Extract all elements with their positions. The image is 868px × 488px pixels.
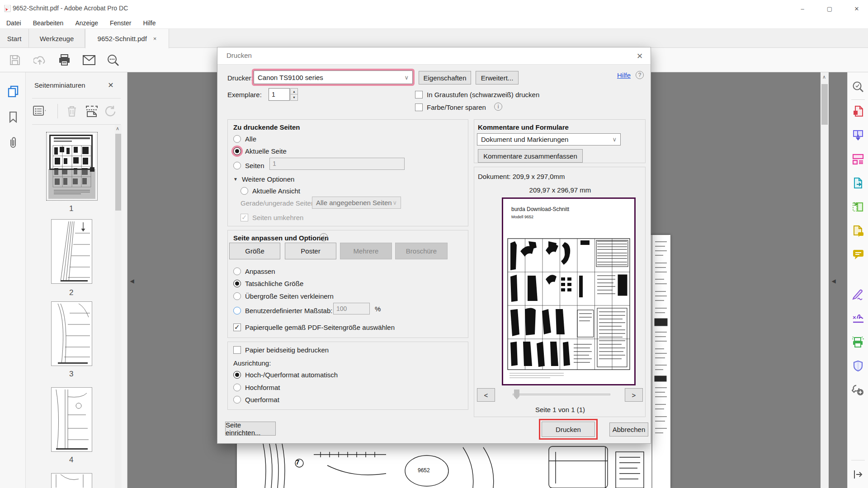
- cloud-upload-icon[interactable]: [33, 54, 46, 66]
- organize-pages-icon[interactable]: [852, 201, 864, 213]
- page-range-radio[interactable]: [233, 162, 241, 169]
- thumbnail-4[interactable]: [51, 387, 92, 452]
- menu-fenster[interactable]: Fenster: [110, 19, 131, 27]
- panel-scrollbar-thumb[interactable]: [115, 134, 121, 211]
- scroll-up-icon[interactable]: ∧: [822, 74, 826, 80]
- panel-close-icon[interactable]: ✕: [106, 80, 115, 89]
- option-duplex[interactable]: Papier beidseitig bedrucken: [233, 346, 329, 354]
- minimize-button[interactable]: –: [792, 0, 813, 17]
- edit-pdf-icon[interactable]: [852, 153, 864, 165]
- spinner-up-icon[interactable]: ▲: [290, 88, 298, 94]
- option-shrink-oversized[interactable]: Übergroße Seiten verkleinern: [233, 292, 334, 300]
- thumbnail-1-selection[interactable]: [46, 132, 98, 201]
- cancel-button[interactable]: Abbrechen: [609, 422, 648, 436]
- actual-size-radio[interactable]: [233, 280, 241, 287]
- export-share-icon[interactable]: [852, 177, 864, 189]
- preview-zoom-slider-thumb[interactable]: [514, 389, 519, 399]
- tab-document[interactable]: 9652-Schnitt.pdf ×: [85, 29, 169, 48]
- size-button[interactable]: Größe: [229, 243, 280, 259]
- scroll-up-icon[interactable]: ∧: [116, 126, 119, 131]
- expand-right-panel-icon[interactable]: ◀: [830, 275, 837, 287]
- option-page-range[interactable]: Seiten: [233, 161, 264, 169]
- enhance-scans-icon[interactable]: [852, 225, 864, 237]
- current-view-radio[interactable]: [241, 187, 248, 195]
- more-tools-icon[interactable]: [852, 383, 864, 396]
- printer-select[interactable]: Canon TS9100 series ∨: [254, 70, 413, 84]
- thumbnail-5[interactable]: [51, 473, 92, 488]
- copies-input[interactable]: 1: [269, 88, 290, 101]
- copies-spinner[interactable]: ▲ ▼: [290, 88, 298, 101]
- preview-next-button[interactable]: >: [625, 388, 643, 402]
- bookmarks-icon[interactable]: [7, 111, 19, 123]
- paper-source-checkbox[interactable]: [233, 324, 241, 331]
- page-view-box-handle[interactable]: [90, 167, 94, 172]
- menu-hilfe[interactable]: Hilfe: [143, 19, 156, 27]
- option-portrait[interactable]: Hochformat: [233, 383, 280, 391]
- page-setup-button[interactable]: Seite einrichten...: [225, 422, 276, 436]
- option-current-view[interactable]: Aktuelle Ansicht: [241, 187, 300, 195]
- tab-close-icon[interactable]: ×: [153, 35, 157, 42]
- help-link[interactable]: Hilfe: [617, 71, 631, 79]
- option-all-pages[interactable]: Alle: [233, 135, 256, 143]
- custom-scale-radio[interactable]: [233, 307, 241, 314]
- advanced-button[interactable]: Erweitert...: [476, 71, 519, 84]
- page-view-box[interactable]: [49, 135, 93, 170]
- panel-scrollbar[interactable]: ∧: [115, 125, 122, 488]
- expand-tools-pane-icon[interactable]: [852, 468, 864, 481]
- properties-button[interactable]: Eigenschaften: [419, 71, 471, 84]
- thumbnail-2[interactable]: [51, 219, 92, 284]
- document-scrollbar[interactable]: ∧: [821, 72, 829, 488]
- thumbnail-options-icon[interactable]: [33, 105, 46, 117]
- option-custom-scale[interactable]: Benutzerdefinierter Maßstab:: [233, 306, 332, 314]
- more-options-toggle[interactable]: ▼ Weitere Optionen: [233, 175, 294, 183]
- poster-button[interactable]: Poster: [285, 243, 336, 259]
- print-button[interactable]: Drucken: [542, 422, 595, 437]
- menu-datei[interactable]: Datei: [6, 19, 21, 27]
- grayscale-option[interactable]: In Graustufen (schwarzweiß) drucken: [415, 90, 539, 99]
- menu-bearbeiten[interactable]: Bearbeiten: [33, 19, 64, 27]
- request-signatures-icon[interactable]: ×: [852, 312, 864, 325]
- preview-zoom-slider[interactable]: [513, 394, 610, 395]
- scan-ocr-icon[interactable]: [852, 336, 864, 349]
- sizing-info-icon[interactable]: i: [320, 233, 328, 241]
- dialog-header[interactable]: Drucken ✕: [217, 47, 651, 65]
- custom-scale-input[interactable]: 100: [333, 303, 370, 314]
- page-range-input[interactable]: 1: [269, 158, 405, 170]
- option-orientation-auto[interactable]: Hoch-/Querformat automatisch: [233, 371, 338, 379]
- comments-forms-select[interactable]: Dokument und Markierungen ∨: [477, 133, 621, 145]
- shrink-radio[interactable]: [233, 292, 241, 300]
- thumbnail-1[interactable]: [48, 134, 95, 199]
- export-pdf-icon[interactable]: [852, 105, 864, 117]
- summarize-comments-button[interactable]: Kommentare zusammenfassen: [478, 149, 583, 163]
- all-pages-radio[interactable]: [233, 135, 241, 143]
- protect-icon[interactable]: [852, 360, 864, 372]
- comment-icon[interactable]: [852, 248, 864, 261]
- option-fit[interactable]: Anpassen: [233, 267, 275, 275]
- spinner-down-icon[interactable]: ▼: [290, 94, 298, 101]
- fill-sign-icon[interactable]: [852, 288, 864, 301]
- grayscale-checkbox[interactable]: [415, 91, 423, 99]
- save-toner-checkbox[interactable]: [415, 103, 423, 111]
- page-thumbnails-icon[interactable]: [7, 85, 19, 98]
- save-icon[interactable]: [9, 54, 21, 66]
- option-paper-source[interactable]: Papierquelle gemäß PDF-Seitengröße auswä…: [233, 323, 395, 331]
- search-zoom-icon[interactable]: [107, 54, 119, 66]
- menu-anzeige[interactable]: Anzeige: [75, 19, 98, 27]
- attachments-icon[interactable]: [7, 136, 19, 149]
- thumbnail-3[interactable]: [51, 301, 92, 366]
- collapse-left-panel-icon[interactable]: ◀: [129, 275, 135, 287]
- fit-radio[interactable]: [233, 267, 241, 275]
- toner-info-icon[interactable]: i: [494, 103, 502, 111]
- document-scrollbar-thumb[interactable]: [821, 84, 828, 125]
- current-page-radio[interactable]: [233, 147, 241, 155]
- preview-prev-button[interactable]: <: [477, 388, 495, 402]
- option-current-page[interactable]: Aktuelle Seite: [233, 147, 287, 155]
- orientation-auto-radio[interactable]: [233, 371, 241, 379]
- email-icon[interactable]: [83, 54, 95, 66]
- maximize-button[interactable]: ▢: [819, 0, 840, 17]
- save-toner-option[interactable]: Farbe/Toner sparen: [415, 103, 486, 111]
- dialog-close-icon[interactable]: ✕: [634, 51, 645, 61]
- tab-werkzeuge[interactable]: Werkzeuge: [29, 29, 85, 48]
- insert-pages-icon[interactable]: [85, 105, 98, 117]
- portrait-radio[interactable]: [233, 384, 241, 391]
